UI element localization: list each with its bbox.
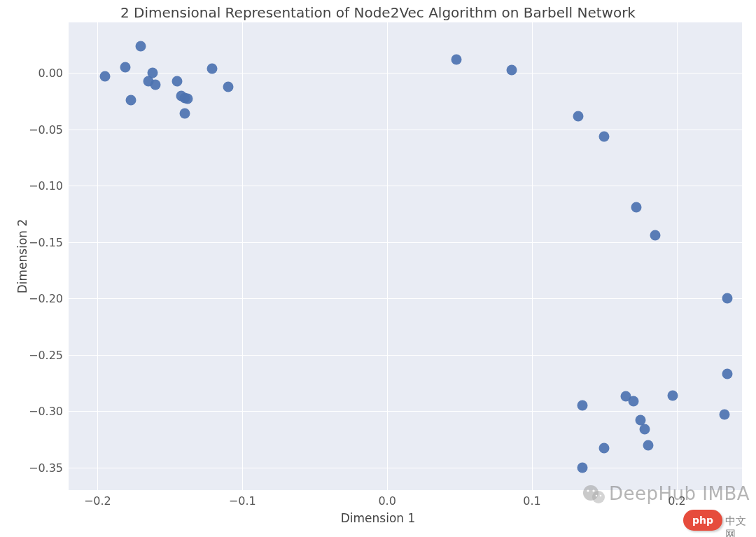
scatter-point	[99, 71, 110, 82]
x-tick-label: −0.2	[84, 494, 111, 508]
grid-line	[69, 242, 742, 243]
x-tick-label: −0.1	[229, 494, 256, 508]
scatter-point	[172, 76, 183, 86]
grid-line	[69, 468, 742, 468]
grid-line	[242, 22, 243, 490]
php-text: 中文网	[725, 515, 756, 537]
figure: 2 Dimensional Representation of Node2Vec…	[0, 0, 756, 537]
x-tick-label: 0.2	[668, 494, 685, 508]
y-tick-label: −0.35	[28, 461, 63, 474]
scatter-point	[136, 41, 146, 51]
scatter-point	[628, 396, 638, 406]
scatter-point	[599, 131, 610, 141]
svg-point-4	[596, 495, 598, 497]
y-tick-label: −0.15	[28, 235, 63, 249]
svg-point-2	[587, 489, 589, 491]
grid-line	[387, 22, 388, 490]
grid-line	[69, 73, 742, 74]
grid-line	[677, 22, 678, 490]
scatter-point	[722, 369, 733, 379]
grid-line	[97, 22, 98, 490]
scatter-point	[722, 293, 733, 304]
y-tick-label: −0.30	[28, 405, 63, 418]
scatter-point	[720, 410, 730, 420]
grid-line	[69, 355, 742, 356]
scatter-point	[120, 62, 130, 73]
grid-line	[69, 298, 742, 299]
scatter-point	[125, 95, 136, 106]
scatter-point	[223, 81, 233, 92]
scatter-point	[599, 443, 610, 454]
scatter-point	[578, 400, 588, 411]
scatter-point	[667, 390, 678, 400]
y-tick-label: −0.20	[28, 292, 63, 305]
scatter-point	[631, 202, 641, 212]
x-tick-label: 0.0	[378, 494, 396, 508]
scatter-point	[640, 424, 650, 435]
y-tick-label: −0.10	[28, 179, 63, 193]
scatter-point	[182, 94, 192, 104]
scatter-point	[451, 55, 462, 65]
x-axis-label: Dimension 1	[0, 511, 756, 525]
svg-point-1	[592, 491, 605, 503]
grid-line	[69, 186, 742, 186]
scatter-point	[573, 111, 584, 121]
x-tick-label: 0.1	[523, 494, 540, 508]
scatter-point	[147, 68, 158, 78]
y-tick-label: 0.00	[28, 67, 63, 80]
chart-title: 2 Dimensional Representation of Node2Vec…	[0, 4, 756, 21]
y-tick-label: −0.05	[28, 123, 63, 136]
svg-point-5	[600, 495, 602, 497]
scatter-point	[578, 462, 588, 473]
scatter-point	[179, 109, 190, 119]
scatter-point	[507, 64, 517, 75]
php-badge: php	[683, 510, 722, 531]
scatter-point	[643, 440, 653, 450]
grid-line	[532, 22, 533, 490]
scatter-point	[150, 79, 161, 90]
grid-line	[69, 411, 742, 412]
grid-line	[69, 130, 742, 130]
plot-area	[69, 22, 742, 490]
scatter-point	[650, 230, 660, 241]
wechat-icon	[581, 482, 606, 507]
y-axis-label: Dimension 2	[15, 218, 29, 295]
scatter-point	[206, 63, 217, 74]
y-tick-label: −0.25	[28, 348, 63, 361]
svg-point-3	[592, 489, 594, 491]
